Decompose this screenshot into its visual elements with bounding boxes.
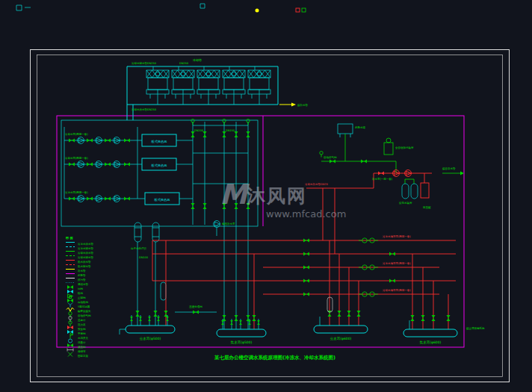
cad-canvas: 冷却塔 冷却水回水管DN250 DN250 冷却水供水管DN250 接补水管 冷… — [0, 0, 532, 392]
return-manifold — [217, 329, 266, 337]
pump-pair-icon — [359, 292, 378, 296]
pump-rows: 冷却水泵(两用一备) 冷却水泵(两用一备) 冷冻水泵(两用一备) — [64, 127, 137, 202]
legend-symbol-icon — [69, 339, 72, 343]
valve-icon — [338, 311, 341, 317]
hx-label: 板式换热器 — [151, 140, 167, 143]
return-pipe-label: 冷却水回水管DN250 — [132, 61, 156, 65]
drawing-title: 某七层办公楼空调水系统原理图(冷冻水、冷却水系统图) — [214, 355, 335, 361]
supply-pipe-label: 冷却水供水管DN250 — [132, 108, 156, 111]
valve-icon — [421, 315, 425, 321]
expansion-tank-label: 膨胀水箱 — [355, 125, 366, 129]
bypass-valve-label: 压差旁通阀 — [189, 305, 202, 308]
treatment-and-drops: 电子水处理仪 稳压补水泵 压差旁通阀 DN100 — [131, 221, 250, 330]
pressure-tank-icon — [421, 183, 429, 198]
return-manifold — [403, 329, 457, 337]
valve-icon — [87, 163, 93, 167]
valve-icon — [139, 317, 142, 321]
valve-icon — [389, 279, 395, 283]
legend-item-label: Y型过滤器 — [78, 305, 90, 308]
dn-label: DN250 — [179, 62, 188, 65]
legend-item-label: 自动排气阀 — [78, 314, 91, 317]
valve-icon — [69, 163, 75, 167]
city-water-label: 接自来水管 — [442, 167, 456, 170]
legend-item-label: 蝶阀 — [78, 292, 84, 295]
pump-pair-icon — [359, 238, 378, 243]
legend-item-label: 减压阀 — [78, 345, 86, 349]
legend-title: 图 例 — [66, 236, 72, 240]
valve-icon — [239, 320, 242, 325]
pump-row-label: 冷却水泵(两用一备) — [65, 132, 88, 136]
valve-icon — [447, 315, 451, 321]
pump-group-label: 冷冻水循环泵(两用一备) — [383, 234, 411, 238]
valve-icon — [303, 252, 309, 256]
pressure-tank-label: 定压罐 — [423, 205, 431, 209]
strainer-icon — [327, 297, 332, 312]
pump-group-label: 冷却水循环泵(两用一备) — [383, 288, 411, 292]
valve-icon — [361, 160, 367, 164]
watermark-brand: 沐风网 — [246, 185, 307, 207]
valve-icon — [432, 315, 436, 321]
legend-item-label: 固定支架 — [78, 355, 89, 358]
strainer-icon — [161, 282, 166, 300]
legend-item-label: 安全阀 — [78, 328, 86, 331]
valve-icon — [248, 320, 251, 325]
dosing-label: 全自动加药装置 — [395, 146, 414, 149]
legend-symbol-icon — [70, 334, 73, 339]
legend-item-label: 橡胶软接头 — [78, 309, 91, 313]
valve-icon — [303, 266, 309, 270]
legend-symbol-icon — [67, 349, 73, 352]
legend-item-label: 冷却水回水管 — [78, 255, 94, 259]
legend-item-label: 水流开关 — [78, 336, 89, 340]
legend-symbol-icon — [68, 303, 72, 308]
valve-icon — [235, 131, 238, 137]
manifold-label: 分水器(φ600) — [330, 337, 352, 340]
cooling-tower-icon — [197, 70, 220, 99]
valve-icon — [223, 131, 226, 137]
cooling-makeup-label: 冷却水补水管DN70 — [305, 182, 328, 186]
legend-item-label: 冷冻水供水管 — [78, 242, 94, 246]
legend-item-label: 补水管 — [78, 269, 86, 273]
manifold-label: 集水器(φ600) — [419, 340, 442, 344]
expansion-tank-icon — [338, 124, 353, 134]
softener-label: 软化水装置 — [398, 201, 412, 205]
cooling-tower-icon — [248, 70, 270, 99]
makeup-pump-label: 补水泵(一用一备) — [372, 177, 393, 181]
legend-item-label: 温度计 — [78, 319, 86, 322]
legend-item-label: 热水回水管 — [78, 264, 91, 268]
softener-tank-icon — [411, 184, 418, 199]
pump-pair-icon — [359, 265, 378, 270]
pump-row-label: 冷却水泵(两用一备) — [65, 156, 88, 160]
watermark-url: www.mfcad.com — [266, 208, 346, 220]
legend-item-label: 排污管 — [78, 278, 86, 281]
water-treater-label: 电子水处理仪 — [131, 246, 147, 250]
legend-item-label: 伸缩节 — [78, 350, 86, 353]
pump-group-label: 冷冻水循环泵(两用一备) — [383, 261, 411, 265]
makeup-label: 接补水管 — [297, 103, 309, 107]
valve-icon — [230, 320, 233, 325]
hx-label: 板式换热器 — [154, 198, 170, 202]
manifold-label: 分水器(φ500) — [140, 337, 161, 340]
legend-item-label: 闸阀 — [78, 287, 84, 290]
dn-label: DN100 — [139, 256, 148, 259]
top-margin-marks — [16, 4, 306, 13]
valve-icon — [203, 131, 207, 137]
legend-item-label: 冷却水供水管 — [78, 251, 94, 255]
right-plant: 膨胀水箱 自动排气阀 全自动加药装置 补水泵(一用一备) 软化水装置 定压罐 接… — [320, 124, 464, 209]
valve-icon — [69, 197, 75, 201]
softener-tank-icon — [402, 184, 409, 199]
valve-icon — [247, 131, 250, 137]
valve-icon — [347, 311, 351, 317]
city-water-arrow-icon — [460, 172, 464, 175]
legend-item-label: 凝结水管 — [78, 282, 89, 286]
valve-icon — [378, 172, 384, 175]
air-vent-label: 自动排气阀 — [324, 156, 337, 159]
legend-item-label: 电动蝶阀 — [78, 301, 89, 304]
legend-symbol-icon — [67, 290, 73, 293]
manifolds: 分水器(φ500) 集水器(φ500) 分水器(φ600) 集水器(φ600) — [120, 315, 457, 344]
dn-label: DN200 — [194, 129, 203, 132]
cooling-tower-bank: 冷却塔 冷却水回水管DN250 DN250 冷却水供水管DN250 接补水管 — [127, 58, 309, 120]
valve-icon — [105, 197, 111, 201]
stamp-icon — [296, 8, 300, 12]
legend-item-label: 冷冻水回水管 — [78, 246, 94, 250]
tower-label: 冷却塔 — [193, 58, 202, 62]
